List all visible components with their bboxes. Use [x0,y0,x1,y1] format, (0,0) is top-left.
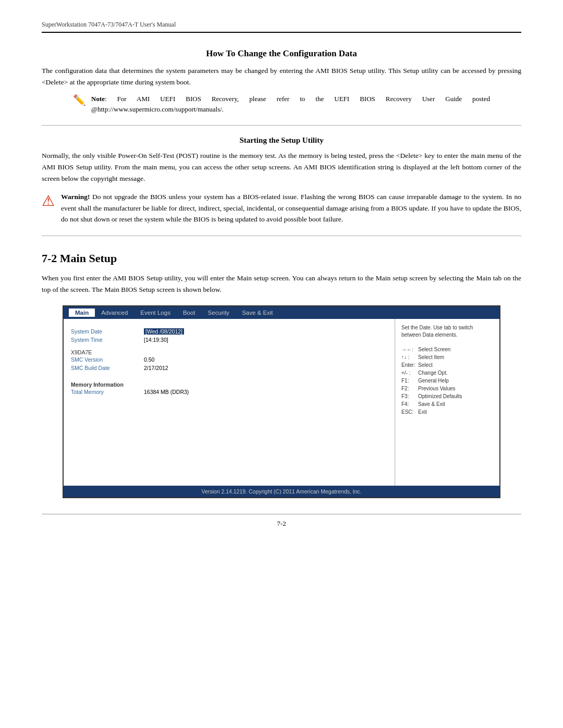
bios-system-time-row: System Time [14:19:30] [71,337,387,343]
bios-smc-version-label: SMC Version [71,356,144,363]
bios-total-memory-row: Total Memory 16384 MB (DDR3) [71,389,387,395]
bios-key-desc-item: Select Item [418,354,493,361]
note-text: Note: For AMI UEFI BIOS Recovery, please… [91,94,490,115]
bios-menu-main[interactable]: Main [69,309,95,317]
bios-smc-version-row: SMC Version 0.50 [71,356,387,363]
bios-system-date-label: System Date [71,328,144,335]
bios-key-desc-screen: Select Screen [418,346,493,353]
note-box: ✏️ Note: For AMI UEFI BIOS Recovery, ple… [73,94,490,115]
bios-key-f1: F1: [401,377,418,385]
bios-key-desc-f1: General Help [418,377,493,385]
bios-footer-text: Version 2.14.1219. Copyright (C) 2011 Am… [201,488,361,495]
bios-menu-advanced[interactable]: Advanced [95,309,134,317]
bios-key-reference: →←: Select Screen ↑↓ : Select Item Enter… [401,346,493,416]
config-body1: The configuration data that determines t… [42,65,521,88]
bios-help-text: Set the Date. Use tab to switch between … [401,324,493,339]
page-container: SuperWorkstation 7047A-73/7047A-T User's… [0,0,563,559]
bios-key-desc-f4: Save & Exit [418,401,493,408]
warning-text: Warning! Do not upgrade the BIOS unless … [61,191,521,225]
warning-icon: ⚠ [42,192,55,209]
bios-smc-version-value: 0.50 [144,356,154,363]
bios-content-area: System Date [Wed /08/2012] System Time [… [64,319,499,486]
bios-key-row-item: ↑↓ : Select Item [401,354,493,361]
bios-smc-builddate-label: SMC Build Date [71,365,144,371]
bios-menu-boot[interactable]: Boot [177,309,202,317]
bios-key-arrows: →←: [401,346,418,353]
bios-key-row-f2: F2: Previous Values [401,385,493,392]
note-label: Note [91,95,105,103]
bios-key-esc: ESC: [401,409,418,416]
warning-box: ⚠ Warning! Do not upgrade the BIOS unles… [42,191,521,225]
bios-smc-builddate-value: 2/17/2012 [144,365,168,371]
bios-right-panel: Set the Date. Use tab to switch between … [395,319,499,486]
bios-key-desc-f2: Previous Values [418,385,493,392]
bios-menu-saveexit[interactable]: Save & Exit [236,309,279,317]
page-header: SuperWorkstation 7047A-73/7047A-T User's… [42,21,521,33]
bios-left-panel: System Date [Wed /08/2012] System Time [… [64,319,395,486]
bios-key-f3: F3: [401,393,418,400]
bios-system-date-row: System Date [Wed /08/2012] [71,328,387,335]
warning-label: Warning! [61,193,90,201]
bios-key-desc-enter: Select [418,362,493,369]
setup-body1: Normally, the only visible Power-On Self… [42,150,521,184]
header-title: SuperWorkstation 7047A-73/7047A-T User's… [42,21,176,28]
bios-key-desc-plusminus: Change Opt. [418,369,493,377]
bios-screenshot: Main Advanced Event Logs Boot Security S… [63,305,500,498]
divider2 [42,236,521,236]
bios-key-f4: F4: [401,401,418,408]
bios-system-time-label: System Time [71,337,144,343]
bios-memory-section-label: Memory Information [71,381,387,388]
bios-smc-builddate-row: SMC Build Date 2/17/2012 [71,365,387,371]
page-number: 7-2 [42,514,521,528]
bios-key-row-f4: F4: Save & Exit [401,401,493,408]
bios-key-row-screen: →←: Select Screen [401,346,493,353]
section72-title: 7-2 Main Setup [42,252,521,265]
bios-key-desc-esc: Exit [418,409,493,416]
bios-system-time-value: [14:19:30] [144,337,168,343]
bios-menu-eventlogs[interactable]: Event Logs [134,309,177,317]
bios-key-row-esc: ESC: Exit [401,409,493,416]
config-section-title: How To Change the Configuration Data [42,48,521,59]
pencil-icon: ✏️ [73,94,86,106]
bios-key-f2: F2: [401,385,418,392]
bios-key-desc-f3: Optimized Defaults [418,393,493,400]
bios-key-row-f3: F3: Optimized Defaults [401,393,493,400]
bios-key-row-f1: F1: General Help [401,377,493,385]
warning-body: Do not upgrade the BIOS unless your syst… [61,193,521,223]
bios-system-date-value: [Wed /08/2012] [144,328,184,335]
bios-menubar: Main Advanced Event Logs Boot Security S… [64,306,499,319]
bios-total-memory-value: 16384 MB (DDR3) [144,389,189,395]
bios-key-plusminus: +/- : [401,369,418,377]
bios-footer: Version 2.14.1219. Copyright (C) 2011 Am… [64,486,499,497]
section72-body1: When you first enter the AMI BIOS Setup … [42,273,521,295]
bios-board-name: X9DA7E [71,349,387,355]
note-body: : For AMI UEFI BIOS Recovery, please ref… [91,95,490,113]
setup-section-title: Starting the Setup Utility [42,136,521,145]
bios-menu-security[interactable]: Security [202,309,236,317]
bios-total-memory-label: Total Memory [71,389,144,395]
divider1 [42,125,521,126]
bios-key-enter: Enter: [401,362,418,369]
bios-key-row-enter: Enter: Select [401,362,493,369]
bios-key-row-plusminus: +/- : Change Opt. [401,369,493,377]
bios-key-updown: ↑↓ : [401,354,418,361]
